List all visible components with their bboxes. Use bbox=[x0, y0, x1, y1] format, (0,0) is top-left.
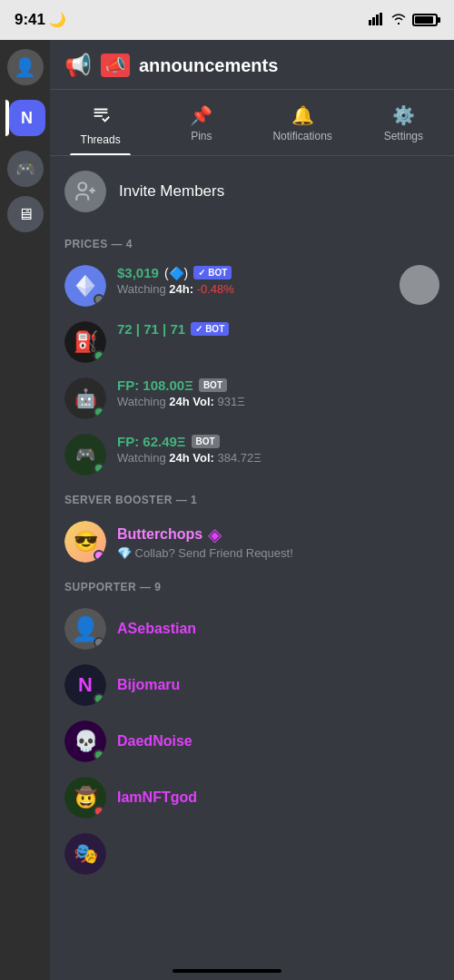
member-bijomaru: N Bijomaru bbox=[50, 657, 454, 713]
bot-badge-gas: ✓ BOT bbox=[191, 322, 229, 336]
status-time: 9:41 bbox=[15, 11, 45, 29]
bot-badge-fp2: BOT bbox=[192, 435, 220, 448]
butterchops-name: Butterchops bbox=[117, 526, 202, 543]
tab-notifications[interactable]: 🔔 Notifications bbox=[252, 99, 353, 155]
bijomaru-avatar: N bbox=[64, 664, 106, 706]
svg-rect-2 bbox=[376, 15, 379, 25]
server-icon[interactable]: N bbox=[9, 100, 45, 136]
tab-settings-label: Settings bbox=[384, 130, 423, 142]
left-sidebar: 👤 N 🎮 🖥 bbox=[0, 40, 50, 980]
wifi-icon bbox=[390, 13, 407, 28]
gas-avatar: ⛽ bbox=[64, 321, 106, 363]
price-info-fp1: FP: 108.00Ξ BOT Watching 24h Vol: 931Ξ bbox=[117, 377, 439, 408]
price-row-gas: ⛽ 72 | 71 | 71 ✓ BOT bbox=[50, 314, 454, 370]
member-partial: 🎭 bbox=[50, 826, 454, 882]
daednoise-avatar: 💀 bbox=[64, 720, 106, 762]
sidebar-user-avatar[interactable]: 👤 bbox=[7, 49, 44, 85]
pins-icon: 📌 bbox=[190, 104, 212, 126]
bijomaru-info: Bijomaru bbox=[117, 677, 439, 693]
price-sub-fp1: Watching 24h Vol: 931Ξ bbox=[117, 395, 439, 408]
iamnftgod-name: IamNFTgod bbox=[117, 789, 197, 805]
signal-icon bbox=[369, 13, 385, 28]
invite-members-row[interactable]: Invite Members bbox=[50, 156, 454, 227]
channel-badge-icon: 📣 bbox=[101, 54, 130, 77]
tab-pins-label: Pins bbox=[191, 130, 212, 142]
price-paren-eth: (🔷) bbox=[164, 266, 188, 280]
price-info-eth: $3,019 (🔷) ✓ BOT Watching 24h: -0.48% bbox=[117, 265, 389, 296]
sidebar-server-3[interactable]: 🖥 bbox=[7, 196, 44, 232]
bot-badge-eth: ✓ BOT bbox=[193, 266, 232, 279]
sidebar-server-2[interactable]: 🎮 bbox=[7, 151, 44, 187]
price-sub-fp2: Watching 24h Vol: 384.72Ξ bbox=[117, 451, 439, 465]
status-dot-asebastian bbox=[94, 637, 104, 648]
asebastian-name: ASebastian bbox=[117, 621, 196, 636]
section-prices: PRICES — 4 bbox=[50, 227, 454, 258]
status-dot-fp2 bbox=[94, 463, 104, 474]
daednoise-name: DaedNoise bbox=[117, 733, 192, 749]
channel-name: announcements bbox=[139, 55, 278, 76]
status-dot-bijomaru bbox=[94, 693, 104, 704]
eth-avatar bbox=[64, 265, 106, 307]
tab-bar: Threads 📌 Pins 🔔 Notifications ⚙️ Settin… bbox=[50, 90, 454, 156]
battery-icon bbox=[412, 14, 438, 26]
status-icons bbox=[369, 13, 438, 28]
price-value-gas: 72 | 71 | 71 bbox=[117, 321, 185, 337]
boost-diamond-icon: ◈ bbox=[208, 524, 222, 545]
scroll-indicator bbox=[400, 265, 439, 305]
butterchops-avatar: 😎 bbox=[64, 521, 106, 563]
price-value-fp1: FP: 108.00Ξ bbox=[117, 377, 193, 393]
scroll-content: Invite Members PRICES — 4 $3,019 (🔷) ✓ B… bbox=[50, 156, 454, 909]
notifications-icon: 🔔 bbox=[291, 104, 314, 126]
member-asebastian: 👤 ASebastian bbox=[50, 601, 454, 657]
status-dot-gas bbox=[94, 350, 104, 361]
bijomaru-name: Bijomaru bbox=[117, 677, 180, 692]
megaphone-icon: 📢 bbox=[64, 53, 92, 78]
tab-settings[interactable]: ⚙️ Settings bbox=[353, 99, 454, 155]
status-dot-eth bbox=[94, 294, 104, 305]
tab-notifications-label: Notifications bbox=[272, 130, 331, 142]
tab-threads[interactable]: Threads bbox=[50, 99, 151, 155]
bot-badge-fp1: BOT bbox=[199, 378, 227, 392]
butterchops-info: Butterchops ◈ 💎 Collab? Send Friend Requ… bbox=[117, 524, 439, 560]
price-row-eth: $3,019 (🔷) ✓ BOT Watching 24h: -0.48% bbox=[50, 258, 454, 314]
asebastian-avatar: 👤 bbox=[64, 608, 106, 650]
price-value-eth: $3,019 bbox=[117, 265, 159, 280]
section-supporter: SUPPORTER — 9 bbox=[50, 570, 454, 601]
tab-threads-label: Threads bbox=[81, 133, 121, 146]
status-dot-iamnftgod bbox=[94, 806, 104, 817]
svg-point-4 bbox=[78, 182, 86, 191]
price-sub-eth: Watching 24h: -0.48% bbox=[117, 282, 389, 296]
section-booster: SERVER BOOSTER — 1 bbox=[50, 483, 454, 514]
settings-icon: ⚙️ bbox=[392, 104, 415, 126]
invite-avatar bbox=[64, 171, 106, 212]
svg-rect-0 bbox=[369, 20, 371, 25]
fp2-avatar: 🎮 bbox=[64, 434, 106, 475]
main-content: 📢 📣 announcements Threads 📌 Pins 🔔 Notif… bbox=[50, 40, 454, 980]
iamnftgod-info: IamNFTgod bbox=[117, 789, 439, 806]
member-iamnftgod: 🤠 IamNFTgod bbox=[50, 769, 454, 826]
status-dot-fp1 bbox=[94, 407, 104, 417]
status-bar: 9:41 🌙 bbox=[0, 0, 454, 40]
moon-icon: 🌙 bbox=[49, 12, 66, 28]
member-butterchops: 😎 Butterchops ◈ 💎 Collab? Send Friend Re… bbox=[50, 514, 454, 570]
price-info-fp2: FP: 62.49Ξ BOT Watching 24h Vol: 384.72Ξ bbox=[117, 434, 439, 465]
status-dot-daednoise bbox=[94, 750, 104, 760]
price-info-gas: 72 | 71 | 71 ✓ BOT bbox=[117, 321, 439, 337]
fp1-avatar: 🤖 bbox=[64, 377, 106, 419]
invite-text: Invite Members bbox=[119, 182, 224, 201]
partial-avatar: 🎭 bbox=[64, 833, 106, 875]
channel-header: 📢 📣 announcements bbox=[50, 40, 454, 90]
daednoise-info: DaedNoise bbox=[117, 733, 439, 750]
tab-pins[interactable]: 📌 Pins bbox=[151, 99, 252, 155]
price-value-fp2: FP: 62.49Ξ bbox=[117, 434, 186, 449]
iamnftgod-avatar: 🤠 bbox=[64, 777, 106, 818]
price-row-fp2: 🎮 FP: 62.49Ξ BOT Watching 24h Vol: 384.7… bbox=[50, 426, 454, 483]
asebastian-info: ASebastian bbox=[117, 621, 439, 637]
home-indicator bbox=[173, 969, 281, 973]
check-icon: ✓ bbox=[198, 268, 205, 278]
check-icon-gas: ✓ bbox=[195, 324, 202, 334]
threads-icon bbox=[91, 104, 111, 130]
member-daednoise: 💀 DaedNoise bbox=[50, 713, 454, 769]
butterchops-subtext: 💎 Collab? Send Friend Request! bbox=[117, 546, 439, 560]
status-dot-butterchops bbox=[94, 550, 104, 561]
